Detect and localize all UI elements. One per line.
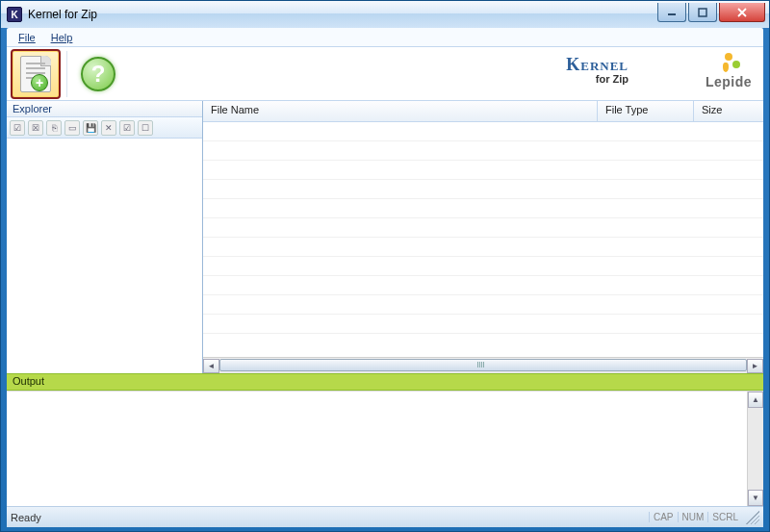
output-vertical-scrollbar[interactable]: ▲ ▼ (747, 392, 763, 506)
help-icon: ? (81, 57, 116, 91)
scroll-left-icon[interactable]: ◄ (203, 359, 219, 373)
brand-name: Kernel (566, 55, 629, 75)
scroll-thumb[interactable] (219, 359, 747, 371)
explorer-pane: Explorer ☑ ☒ ⎘ ▭ 💾 ✕ ☑ ☐ (7, 101, 203, 373)
horizontal-scrollbar[interactable]: ◄ ► (203, 357, 763, 373)
col-size[interactable]: Size (694, 101, 763, 121)
menu-help[interactable]: Help (43, 30, 81, 45)
main-content: Explorer ☑ ☒ ⎘ ▭ 💾 ✕ ☑ ☐ File Name File … (7, 101, 763, 373)
indicator-num: NUM (678, 512, 708, 522)
col-file-name[interactable]: File Name (203, 101, 598, 121)
scroll-track[interactable] (219, 359, 747, 373)
app-icon: K (7, 7, 22, 22)
tool-btn-8[interactable]: ☐ (138, 120, 153, 136)
output-title: Output (7, 373, 763, 391)
help-button[interactable]: ? (73, 49, 123, 99)
file-tree[interactable] (7, 139, 202, 373)
maximize-button[interactable] (688, 3, 717, 22)
indicator-cap: CAP (649, 512, 678, 522)
file-list-pane: File Name File Type Size ◄ ► (203, 101, 763, 373)
tool-btn-1[interactable]: ☑ (10, 120, 25, 136)
toolbar: + ? Kernel for Zip Lepide (7, 47, 763, 101)
tool-btn-4[interactable]: ▭ (64, 120, 80, 136)
menubar: File Help (7, 28, 763, 47)
scroll-up-icon[interactable]: ▲ (748, 392, 763, 408)
scroll-down-icon[interactable]: ▼ (748, 490, 763, 506)
col-file-type[interactable]: File Type (598, 101, 694, 121)
lepide-logo-icon (715, 53, 742, 74)
window-title: Kernel for Zip (28, 8, 657, 21)
app-window: K Kernel for Zip File Help + ? (0, 0, 770, 532)
resize-grip-icon[interactable] (746, 511, 759, 524)
statusbar: Ready CAP NUM SCRL (7, 506, 763, 527)
grid-body[interactable] (203, 122, 763, 357)
company-logo-block: Lepide (706, 53, 752, 89)
window-controls (657, 3, 767, 22)
output-pane[interactable]: ▲ ▼ (7, 391, 763, 506)
indicator-scrl: SCRL (707, 512, 742, 522)
explorer-title: Explorer (7, 101, 202, 117)
scroll-right-icon[interactable]: ► (747, 359, 763, 373)
add-file-button[interactable]: + (11, 49, 61, 99)
tool-btn-3[interactable]: ⎘ (46, 120, 62, 136)
document-add-icon: + (20, 56, 51, 92)
minimize-button[interactable] (657, 3, 686, 22)
svg-rect-1 (699, 9, 706, 16)
tool-btn-7[interactable]: ☑ (119, 120, 135, 136)
status-text: Ready (11, 512, 649, 523)
company-name: Lepide (706, 74, 752, 89)
explorer-toolbar: ☑ ☒ ⎘ ▭ 💾 ✕ ☑ ☐ (7, 117, 202, 139)
tool-btn-6[interactable]: ✕ (101, 120, 116, 136)
menu-file[interactable]: File (11, 30, 43, 45)
tool-btn-5[interactable]: 💾 (83, 120, 98, 136)
close-button[interactable] (719, 3, 765, 22)
toolbar-separator (66, 51, 67, 97)
svg-rect-0 (668, 13, 676, 15)
scroll-vtrack[interactable] (748, 408, 763, 490)
titlebar[interactable]: K Kernel for Zip (1, 1, 769, 28)
tool-btn-2[interactable]: ☒ (28, 120, 43, 136)
brand-block: Kernel for Zip (566, 55, 629, 85)
grid-header: File Name File Type Size (203, 101, 763, 122)
plus-badge-icon: + (31, 74, 48, 91)
